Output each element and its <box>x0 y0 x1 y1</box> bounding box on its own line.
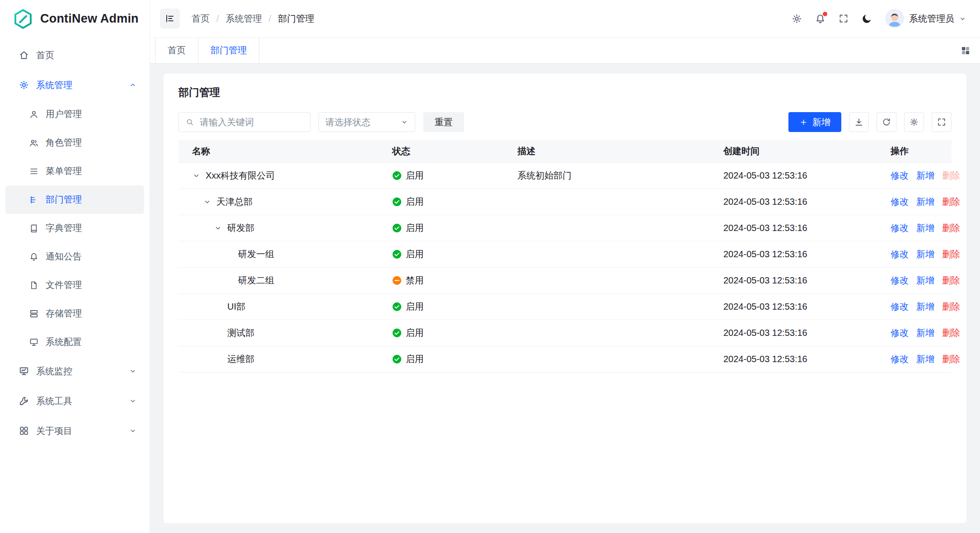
wrench-icon <box>19 396 29 406</box>
book-icon <box>29 223 39 233</box>
breadcrumb-separator: / <box>269 14 272 24</box>
delete-link[interactable]: 删除 <box>942 248 960 260</box>
table-toolbar: 请选择状态 重置 新增 <box>178 112 952 132</box>
sidebar-item-role-management[interactable]: 角色管理 <box>5 128 144 157</box>
edit-link[interactable]: 修改 <box>891 301 909 313</box>
user-menu[interactable]: 系统管理员 <box>885 9 966 28</box>
add-link[interactable]: 新增 <box>916 301 934 313</box>
reset-button[interactable]: 重置 <box>423 112 464 132</box>
edit-link[interactable]: 修改 <box>891 353 909 365</box>
col-header-description: 描述 <box>504 145 710 157</box>
sidebar-item-label: 系统配置 <box>46 336 137 348</box>
app-logo: ContiNew Admin <box>0 0 150 38</box>
add-department-button[interactable]: 新增 <box>788 112 841 132</box>
chevron-up-icon <box>129 81 137 89</box>
breadcrumb-home[interactable]: 首页 <box>192 13 210 25</box>
edit-link[interactable]: 修改 <box>891 327 909 339</box>
dark-mode-moon-icon <box>861 13 872 24</box>
edit-link[interactable]: 修改 <box>891 274 909 287</box>
table-row: 天津总部启用2024-05-03 12:53:16修改新增删除 <box>178 189 952 215</box>
download-icon <box>854 117 864 127</box>
status-label: 启用 <box>406 353 424 365</box>
user-name: 系统管理员 <box>909 13 954 25</box>
fullscreen-button[interactable] <box>838 13 849 24</box>
status-label: 启用 <box>406 222 424 234</box>
notification-badge-dot <box>823 12 827 16</box>
tab-home[interactable]: 首页 <box>155 38 198 63</box>
add-link[interactable]: 新增 <box>916 274 934 287</box>
sidebar-item-system-monitor[interactable]: 系统监控 <box>0 356 150 386</box>
sidebar-item-label: 首页 <box>36 49 137 61</box>
sidebar-item-label: 角色管理 <box>46 137 137 149</box>
topbar: 首页 / 系统管理 / 部门管理 <box>150 0 980 38</box>
tab-label: 首页 <box>168 44 186 57</box>
sidebar-item-file-management[interactable]: 文件管理 <box>5 271 144 299</box>
breadcrumb-system-management[interactable]: 系统管理 <box>226 13 262 25</box>
tab-department-management[interactable]: 部门管理 <box>198 38 259 63</box>
sidebar-item-system-config[interactable]: 系统配置 <box>5 328 144 356</box>
sidebar-item-user-management[interactable]: 用户管理 <box>5 100 144 128</box>
row-expand-icon[interactable] <box>214 224 227 232</box>
delete-link[interactable]: 删除 <box>942 327 960 339</box>
add-link[interactable]: 新增 <box>916 327 934 339</box>
settings-button[interactable] <box>791 13 802 24</box>
edit-link[interactable]: 修改 <box>891 170 909 182</box>
table-row: UI部启用2024-05-03 12:53:16修改新增删除 <box>178 294 952 320</box>
monitor-chart-icon <box>19 366 29 377</box>
fullscreen-icon <box>838 13 849 24</box>
sidebar-item-about-project[interactable]: 关于项目 <box>0 416 150 446</box>
sidebar-item-label: 文件管理 <box>46 279 137 291</box>
tab-label: 部门管理 <box>211 44 247 57</box>
delete-link[interactable]: 删除 <box>942 274 960 287</box>
home-icon <box>19 50 29 61</box>
delete-link[interactable]: 删除 <box>942 353 960 365</box>
app-root: ContiNew Admin 首页系统管理用户管理角色管理菜单管理部门管理字典管… <box>0 0 980 533</box>
row-expand-icon[interactable] <box>192 171 206 180</box>
refresh-button[interactable] <box>877 112 896 132</box>
delete-link[interactable]: 删除 <box>942 196 960 208</box>
created-time: 2024-05-03 12:53:16 <box>710 328 877 338</box>
sidebar-item-storage-management[interactable]: 存储管理 <box>5 299 144 328</box>
export-button[interactable] <box>849 112 869 132</box>
dark-mode-toggle[interactable] <box>861 13 872 24</box>
delete-link[interactable]: 删除 <box>942 170 960 182</box>
status-select[interactable]: 请选择状态 <box>319 112 415 132</box>
sidebar-item-dict-management[interactable]: 字典管理 <box>5 214 144 242</box>
sidebar-item-label: 系统工具 <box>36 395 122 407</box>
edit-link[interactable]: 修改 <box>891 196 909 208</box>
edit-link[interactable]: 修改 <box>891 248 909 260</box>
breadcrumb-current: 部门管理 <box>278 13 314 25</box>
sidebar-item-system-management[interactable]: 系统管理 <box>0 70 150 100</box>
sidebar-item-department-management[interactable]: 部门管理 <box>5 185 144 214</box>
sidebar-item-home[interactable]: 首页 <box>0 40 150 70</box>
add-link[interactable]: 新增 <box>916 353 934 365</box>
keyword-search-input[interactable] <box>199 117 304 128</box>
add-link[interactable]: 新增 <box>916 248 934 260</box>
users-icon <box>29 138 39 148</box>
collapse-sidebar-icon <box>164 13 175 24</box>
app-logo-icon <box>13 9 33 29</box>
apps-grid-icon <box>960 45 971 56</box>
edit-link[interactable]: 修改 <box>891 222 909 234</box>
sidebar-item-system-tools[interactable]: 系统工具 <box>0 386 150 416</box>
collapse-sidebar-button[interactable] <box>160 9 180 28</box>
tab-layout-button[interactable] <box>960 38 980 63</box>
notifications-button[interactable] <box>815 13 826 24</box>
delete-link[interactable]: 删除 <box>942 301 960 313</box>
sidebar-item-menu-management[interactable]: 菜单管理 <box>5 157 144 185</box>
add-link[interactable]: 新增 <box>916 196 934 208</box>
table-fullscreen-button[interactable] <box>932 112 952 132</box>
delete-link[interactable]: 删除 <box>942 222 960 234</box>
column-settings-button[interactable] <box>904 112 924 132</box>
sidebar-item-notice[interactable]: 通知公告 <box>5 242 144 271</box>
row-actions: 修改新增删除 <box>877 353 952 365</box>
storage-icon <box>29 309 39 319</box>
status-enabled-icon <box>392 328 402 338</box>
status-enabled-icon <box>392 354 402 364</box>
add-link[interactable]: 新增 <box>916 170 934 182</box>
row-expand-icon[interactable] <box>203 198 216 206</box>
chevron-down-icon <box>129 427 137 435</box>
sidebar-item-label: 部门管理 <box>46 193 137 206</box>
add-link[interactable]: 新增 <box>916 222 934 234</box>
grid-icon <box>19 425 29 436</box>
